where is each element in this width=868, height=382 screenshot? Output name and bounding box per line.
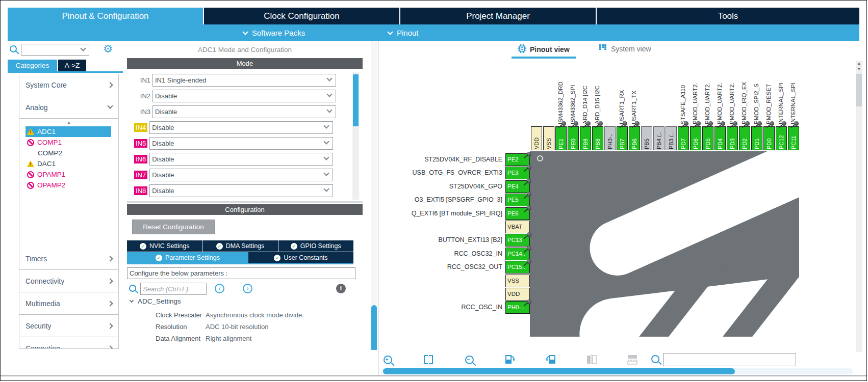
sidebar-section-analog[interactable]: Analog (19, 96, 118, 119)
pin-ph0[interactable]: PH0-.. (505, 301, 530, 314)
pin-pe0[interactable]: PE0 (568, 126, 579, 150)
sidebar-section-system-core[interactable]: System Core (19, 74, 118, 96)
parameter-row-resolution[interactable]: ResolutionADC 10-bit resolution (127, 321, 363, 333)
pin-vdd[interactable]: VDD (531, 126, 542, 150)
scrollbar-thumb[interactable] (371, 305, 377, 350)
pin-pe1[interactable]: PE1 (555, 126, 567, 150)
pin-vss[interactable]: VSS (505, 275, 530, 287)
in1-select[interactable]: IN1 Single-ended (152, 74, 336, 87)
scrollbar-thumb[interactable] (856, 74, 862, 106)
tab-dma-settings[interactable]: ✓DMA Settings (202, 240, 278, 252)
parameter-row-clock-prescaler[interactable]: Clock PrescalerAsynchronous clock mode d… (127, 309, 363, 321)
gear-icon[interactable]: ⚙ (103, 42, 113, 56)
pin-pb5[interactable]: PB5 (641, 126, 652, 150)
pin-pd3[interactable]: PD3 (727, 126, 738, 150)
pin-pd2[interactable]: PD2 (739, 126, 750, 150)
pin-pc12[interactable]: PC12 (776, 126, 787, 150)
fit-to-screen-icon[interactable] (422, 353, 435, 366)
tab-pinout-view[interactable]: Pinout view (518, 44, 570, 54)
tab-a-to-z[interactable]: A->Z (58, 60, 86, 71)
sidebar-section-multimedia[interactable]: Multimedia (19, 292, 118, 315)
pin-pd5[interactable]: PD5 (702, 126, 713, 150)
in5-select[interactable]: Disable (149, 137, 333, 150)
tab-system-view[interactable]: System view (599, 44, 651, 53)
in4-select[interactable]: Disable (149, 121, 333, 134)
in2-select[interactable]: Disable (152, 90, 336, 102)
in3-select[interactable]: Disable (152, 105, 336, 118)
in6-select[interactable]: Disable (149, 153, 333, 166)
parameter-group-adc-settings[interactable]: ADC_Settings (130, 297, 181, 305)
horizontal-scrollbar[interactable] (381, 368, 853, 374)
reset-configuration-button[interactable]: Reset Configuration (132, 220, 215, 234)
sidebar-search-input[interactable] (22, 45, 78, 54)
scroll-down-icon[interactable]: ▼ (856, 66, 862, 72)
in7-select[interactable]: Disable (149, 169, 333, 181)
previous-match-button[interactable]: ‹ (215, 284, 224, 293)
sidebar-section-security[interactable]: Security (19, 315, 118, 337)
tab-project-manager[interactable]: Project Manager (400, 8, 597, 24)
tab-tools[interactable]: Tools (597, 8, 859, 24)
mcu-chip-body[interactable] (530, 151, 799, 337)
sidebar-item-opamp2[interactable]: OPAMP2 (25, 180, 111, 190)
pin-pe5[interactable]: PE5 (505, 194, 530, 206)
pin-pd7[interactable]: PD7 (678, 126, 689, 150)
pin-pd1[interactable]: PD1 (751, 126, 762, 150)
panel-scrollbar[interactable] (371, 41, 377, 350)
pin-pe4[interactable]: PE4 (505, 180, 530, 193)
tab-nvic-settings[interactable]: ✓NVIC Settings (127, 240, 202, 252)
rotate-counterclockwise-icon[interactable] (544, 353, 557, 366)
pin-pb8[interactable]: PB8 (592, 126, 603, 150)
tab-categories[interactable]: Categories (8, 60, 57, 71)
pinout-menu[interactable]: Pinout (388, 24, 419, 41)
vertical-scrollbar[interactable]: ▲ ▼ (856, 61, 862, 352)
next-match-button[interactable]: › (243, 284, 252, 293)
pin-pb7[interactable]: PB7 (617, 126, 628, 150)
pin-vss[interactable]: VSS (543, 126, 554, 150)
pin-vbat[interactable]: VBAT (505, 221, 530, 233)
pinout-search-input[interactable] (663, 353, 796, 366)
sidebar-section-computing[interactable]: Computing (19, 337, 118, 349)
pin-pe6[interactable]: PE6 (505, 207, 530, 220)
pin-pc11[interactable]: PC11 (788, 126, 799, 150)
tab-user-constants[interactable]: ✓User Constants (248, 252, 353, 263)
pin-pd0[interactable]: PD0 (763, 126, 775, 150)
scrollbar-thumb[interactable] (383, 368, 735, 374)
zoom-in-icon[interactable]: + (381, 353, 394, 366)
pin-vdd[interactable]: VDD (505, 288, 530, 301)
parameter-row-data-alignment[interactable]: Data AlignmentRight alignment (127, 333, 363, 344)
sidebar-item-adc1[interactable]: ADC1 (25, 126, 111, 137)
tab-clock-configuration[interactable]: Clock Configuration (204, 8, 400, 24)
sidebar-item-comp1[interactable]: COMP1 (25, 137, 111, 148)
pin-pc13[interactable]: PC13 (505, 234, 530, 247)
sidebar-section-timers[interactable]: Timers (19, 248, 118, 270)
parameter-search-input[interactable] (140, 283, 207, 295)
sidebar-item-opamp1[interactable]: OPAMP1 (25, 169, 111, 180)
in8-select[interactable]: Disable (149, 184, 333, 197)
pin-pc14[interactable]: PC14.. (505, 248, 530, 260)
pin-pe3[interactable]: PE3 (505, 167, 530, 179)
sidebar-item-dac1[interactable]: DAC1 (25, 158, 111, 169)
pin-ph3[interactable]: PH3-.. (604, 126, 616, 150)
tab-parameter-settings[interactable]: ✓Parameter Settings (127, 252, 248, 263)
sidebar-section-connectivity[interactable]: Connectivity (19, 270, 118, 292)
mode-scrollbar[interactable] (352, 72, 359, 200)
sidebar-item-comp2[interactable]: COMP2 (25, 148, 111, 158)
pin-pb6[interactable]: PB6 (629, 126, 640, 150)
zoom-out-icon[interactable]: − (463, 353, 476, 366)
scroll-up-icon[interactable]: ▲ (856, 61, 862, 66)
scrollbar-thumb[interactable] (353, 74, 359, 126)
pin-pb4[interactable]: PB4 (.. (653, 126, 665, 150)
rotate-clockwise-icon[interactable] (503, 353, 517, 366)
pin-pe2[interactable]: PE2 (505, 153, 530, 166)
tab-gpio-settings[interactable]: ✓GPIO Settings (278, 240, 353, 252)
pin-pb3[interactable]: PB3 (.. (666, 126, 677, 150)
pin-pb9[interactable]: PB9 (580, 126, 591, 150)
software-packs-menu[interactable]: Software Packs (243, 24, 305, 41)
pin-pd6[interactable]: PD6 (690, 126, 701, 150)
sidebar-search-combo[interactable] (21, 44, 89, 56)
pin-pc15[interactable]: PC15.. (505, 261, 530, 274)
tab-pinout-configuration[interactable]: Pinout & Configuration (8, 8, 204, 24)
scroll-up-icon[interactable]: ▲ (19, 119, 118, 126)
pin-pd4[interactable]: PD4 (714, 126, 726, 150)
info-icon[interactable]: i (336, 284, 346, 293)
